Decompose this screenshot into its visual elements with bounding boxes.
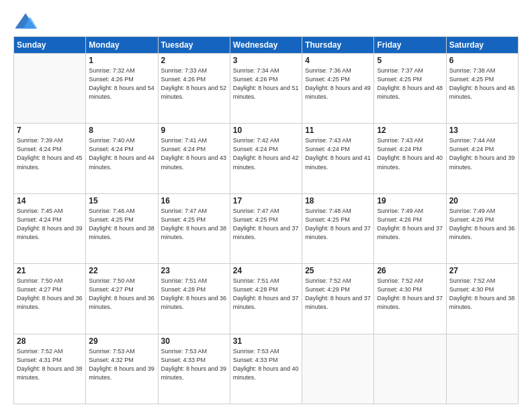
day-info: Sunrise: 7:33 AMSunset: 4:26 PMDaylight:… [161, 66, 227, 101]
logo [13, 12, 40, 31]
weekday-header: Thursday [302, 37, 374, 54]
day-info: Sunrise: 7:51 AMSunset: 4:28 PMDaylight:… [161, 277, 227, 312]
day-info: Sunrise: 7:52 AMSunset: 4:31 PMDaylight:… [17, 347, 83, 382]
calendar-table: SundayMondayTuesdayWednesdayThursdayFrid… [13, 36, 519, 404]
calendar-cell: 7 Sunrise: 7:39 AMSunset: 4:24 PMDayligh… [14, 124, 86, 193]
day-number: 10 [233, 126, 299, 135]
day-number: 2 [161, 56, 227, 65]
day-number: 15 [89, 196, 154, 205]
day-info: Sunrise: 7:34 AMSunset: 4:26 PMDaylight:… [233, 66, 299, 101]
calendar-cell [302, 334, 374, 404]
day-number: 8 [89, 126, 154, 135]
day-info: Sunrise: 7:47 AMSunset: 4:25 PMDaylight:… [233, 207, 299, 242]
calendar-week-row: 7 Sunrise: 7:39 AMSunset: 4:24 PMDayligh… [14, 124, 519, 193]
calendar-cell: 12 Sunrise: 7:43 AMSunset: 4:24 PMDaylig… [374, 124, 446, 193]
calendar-week-row: 1 Sunrise: 7:32 AMSunset: 4:26 PMDayligh… [14, 54, 519, 124]
calendar-cell: 21 Sunrise: 7:50 AMSunset: 4:27 PMDaylig… [14, 264, 86, 334]
calendar-cell: 25 Sunrise: 7:52 AMSunset: 4:29 PMDaylig… [302, 264, 374, 334]
calendar-cell: 5 Sunrise: 7:37 AMSunset: 4:25 PMDayligh… [374, 54, 446, 124]
day-info: Sunrise: 7:43 AMSunset: 4:24 PMDaylight:… [377, 136, 443, 171]
calendar-cell: 3 Sunrise: 7:34 AMSunset: 4:26 PMDayligh… [230, 54, 302, 124]
day-number: 19 [377, 196, 443, 205]
day-number: 23 [161, 266, 227, 275]
day-number: 7 [17, 126, 83, 135]
day-info: Sunrise: 7:32 AMSunset: 4:26 PMDaylight:… [89, 66, 154, 101]
calendar-week-row: 14 Sunrise: 7:45 AMSunset: 4:24 PMDaylig… [14, 193, 519, 263]
calendar-cell: 1 Sunrise: 7:32 AMSunset: 4:26 PMDayligh… [86, 54, 158, 124]
day-number: 17 [233, 196, 299, 205]
day-info: Sunrise: 7:40 AMSunset: 4:24 PMDaylight:… [89, 136, 154, 171]
day-info: Sunrise: 7:49 AMSunset: 4:26 PMDaylight:… [449, 207, 515, 242]
day-info: Sunrise: 7:49 AMSunset: 4:26 PMDaylight:… [377, 207, 443, 242]
page: SundayMondayTuesdayWednesdayThursdayFrid… [0, 0, 532, 411]
calendar-cell [14, 54, 86, 124]
calendar-week-row: 28 Sunrise: 7:52 AMSunset: 4:31 PMDaylig… [14, 334, 519, 404]
day-info: Sunrise: 7:48 AMSunset: 4:25 PMDaylight:… [305, 207, 371, 242]
calendar-cell: 23 Sunrise: 7:51 AMSunset: 4:28 PMDaylig… [158, 264, 230, 334]
day-info: Sunrise: 7:53 AMSunset: 4:33 PMDaylight:… [161, 347, 227, 382]
day-number: 28 [17, 336, 83, 346]
day-number: 25 [305, 266, 371, 275]
calendar-cell: 19 Sunrise: 7:49 AMSunset: 4:26 PMDaylig… [374, 193, 446, 263]
day-info: Sunrise: 7:41 AMSunset: 4:24 PMDaylight:… [161, 136, 227, 171]
calendar-cell: 30 Sunrise: 7:53 AMSunset: 4:33 PMDaylig… [158, 334, 230, 404]
day-info: Sunrise: 7:36 AMSunset: 4:25 PMDaylight:… [305, 66, 371, 101]
day-number: 30 [161, 336, 227, 346]
calendar-cell: 28 Sunrise: 7:52 AMSunset: 4:31 PMDaylig… [14, 334, 86, 404]
weekday-header: Friday [374, 37, 446, 54]
calendar-cell: 8 Sunrise: 7:40 AMSunset: 4:24 PMDayligh… [86, 124, 158, 193]
calendar-cell [446, 334, 518, 404]
calendar-cell: 27 Sunrise: 7:52 AMSunset: 4:30 PMDaylig… [446, 264, 518, 334]
day-info: Sunrise: 7:53 AMSunset: 4:33 PMDaylight:… [233, 347, 299, 382]
day-number: 20 [449, 196, 515, 205]
calendar-cell: 20 Sunrise: 7:49 AMSunset: 4:26 PMDaylig… [446, 193, 518, 263]
day-number: 24 [233, 266, 299, 275]
day-info: Sunrise: 7:42 AMSunset: 4:24 PMDaylight:… [233, 136, 299, 171]
day-number: 5 [377, 56, 443, 65]
calendar-cell: 13 Sunrise: 7:44 AMSunset: 4:24 PMDaylig… [446, 124, 518, 193]
calendar-cell: 4 Sunrise: 7:36 AMSunset: 4:25 PMDayligh… [302, 54, 374, 124]
weekday-header: Saturday [446, 37, 518, 54]
day-number: 31 [233, 336, 299, 346]
day-info: Sunrise: 7:37 AMSunset: 4:25 PMDaylight:… [377, 66, 443, 101]
calendar-cell: 18 Sunrise: 7:48 AMSunset: 4:25 PMDaylig… [302, 193, 374, 263]
day-number: 26 [377, 266, 443, 275]
weekday-header: Wednesday [230, 37, 302, 54]
calendar-cell: 31 Sunrise: 7:53 AMSunset: 4:33 PMDaylig… [230, 334, 302, 404]
calendar-cell: 2 Sunrise: 7:33 AMSunset: 4:26 PMDayligh… [158, 54, 230, 124]
day-number: 22 [89, 266, 154, 275]
day-number: 9 [161, 126, 227, 135]
header [13, 12, 519, 31]
calendar-cell: 15 Sunrise: 7:46 AMSunset: 4:25 PMDaylig… [86, 193, 158, 263]
day-info: Sunrise: 7:50 AMSunset: 4:27 PMDaylight:… [17, 277, 83, 312]
day-number: 3 [233, 56, 299, 65]
calendar-header-row: SundayMondayTuesdayWednesdayThursdayFrid… [14, 37, 519, 54]
calendar-cell: 24 Sunrise: 7:51 AMSunset: 4:28 PMDaylig… [230, 264, 302, 334]
calendar-cell: 9 Sunrise: 7:41 AMSunset: 4:24 PMDayligh… [158, 124, 230, 193]
logo-icon [13, 12, 38, 31]
calendar-cell: 17 Sunrise: 7:47 AMSunset: 4:25 PMDaylig… [230, 193, 302, 263]
day-info: Sunrise: 7:52 AMSunset: 4:30 PMDaylight:… [377, 277, 443, 312]
calendar-cell: 22 Sunrise: 7:50 AMSunset: 4:27 PMDaylig… [86, 264, 158, 334]
calendar-cell: 6 Sunrise: 7:38 AMSunset: 4:25 PMDayligh… [446, 54, 518, 124]
day-number: 14 [17, 196, 83, 205]
day-info: Sunrise: 7:50 AMSunset: 4:27 PMDaylight:… [89, 277, 154, 312]
day-info: Sunrise: 7:51 AMSunset: 4:28 PMDaylight:… [233, 277, 299, 312]
day-number: 12 [377, 126, 443, 135]
day-number: 1 [89, 56, 154, 65]
day-info: Sunrise: 7:47 AMSunset: 4:25 PMDaylight:… [161, 207, 227, 242]
calendar-cell: 29 Sunrise: 7:53 AMSunset: 4:32 PMDaylig… [86, 334, 158, 404]
day-info: Sunrise: 7:38 AMSunset: 4:25 PMDaylight:… [449, 66, 515, 101]
day-number: 29 [89, 336, 154, 346]
day-info: Sunrise: 7:53 AMSunset: 4:32 PMDaylight:… [89, 347, 154, 382]
calendar-cell: 26 Sunrise: 7:52 AMSunset: 4:30 PMDaylig… [374, 264, 446, 334]
day-number: 27 [449, 266, 515, 275]
calendar-week-row: 21 Sunrise: 7:50 AMSunset: 4:27 PMDaylig… [14, 264, 519, 334]
day-info: Sunrise: 7:45 AMSunset: 4:24 PMDaylight:… [17, 207, 83, 242]
calendar-cell: 10 Sunrise: 7:42 AMSunset: 4:24 PMDaylig… [230, 124, 302, 193]
day-number: 4 [305, 56, 371, 65]
calendar-cell: 16 Sunrise: 7:47 AMSunset: 4:25 PMDaylig… [158, 193, 230, 263]
day-info: Sunrise: 7:46 AMSunset: 4:25 PMDaylight:… [89, 207, 154, 242]
day-info: Sunrise: 7:52 AMSunset: 4:30 PMDaylight:… [449, 277, 515, 312]
day-number: 6 [449, 56, 515, 65]
